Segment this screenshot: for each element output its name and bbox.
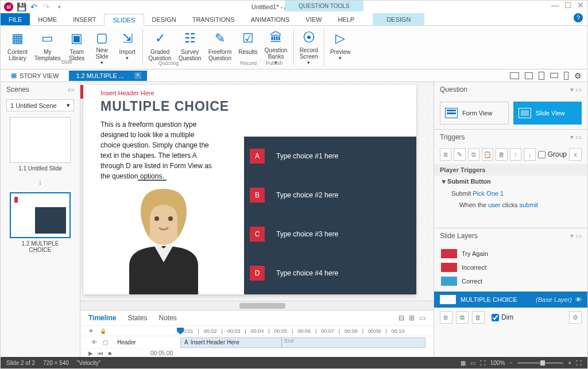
visibility-column-icon[interactable]: 👁 — [88, 328, 100, 334]
fit-icon[interactable]: ⛶ — [480, 360, 486, 366]
question-panel-title: Question — [440, 86, 467, 94]
character-image[interactable] — [106, 180, 221, 294]
qat-dropdown-icon[interactable]: ▾ — [55, 2, 64, 11]
layer-incorrect[interactable]: Incorrect — [440, 261, 582, 274]
slide-tab[interactable]: 1.2 MULTIPLE ...× — [69, 71, 147, 81]
tab-home[interactable]: HOME — [30, 13, 65, 25]
stop-icon[interactable]: ■ — [108, 350, 111, 356]
trigger-condition[interactable]: When the user clicks submit — [434, 199, 587, 211]
thumb-slide-1[interactable] — [10, 117, 71, 163]
view-slide-icon[interactable]: ▭ — [470, 360, 475, 366]
new-layer-button[interactable]: 🗎 — [440, 311, 452, 324]
choice-a[interactable]: AType choice #1 here — [244, 137, 416, 176]
maximize-icon[interactable]: ☐ — [563, 1, 572, 10]
edit-trigger-button[interactable]: ✎ — [454, 148, 465, 161]
device-phone-landscape-icon[interactable] — [550, 73, 558, 78]
timeline-zoom-out-icon[interactable]: ⊟ — [399, 314, 404, 322]
preview-button[interactable]: ▷Preview▾ — [327, 28, 354, 67]
content-library-button[interactable]: ▦Content Library — [4, 28, 31, 67]
device-desktop-icon[interactable] — [510, 72, 519, 79]
save-icon[interactable]: 💾 — [17, 2, 26, 11]
timeline-row-header[interactable]: 👁▢ Header AInsert Header Here End — [80, 336, 434, 349]
tab-timeline[interactable]: Timeline — [88, 314, 116, 322]
freeform-question-button[interactable]: ✎Freeform Question — [205, 28, 235, 67]
record-screen-button[interactable]: ⦿Record Screen▾ — [296, 28, 322, 67]
help-icon[interactable]: ? — [574, 13, 583, 22]
device-tablet-portrait-icon[interactable] — [539, 72, 544, 80]
import-button[interactable]: ⇲Import▾ — [115, 28, 140, 67]
device-tablet-landscape-icon[interactable] — [525, 72, 533, 79]
layer-try-again[interactable]: Try Again — [440, 247, 582, 261]
zoom-out-icon[interactable]: − — [509, 360, 513, 366]
tab-slides[interactable]: SLIDES — [104, 14, 144, 26]
redo-icon[interactable]: ↷ — [42, 2, 51, 11]
slide-title[interactable]: MULTIPLE CHOICE — [100, 99, 229, 114]
dim-checkbox[interactable] — [492, 314, 499, 321]
view-story-icon[interactable]: ▦ — [461, 360, 466, 366]
slide-view-button[interactable]: Slide View — [513, 102, 582, 125]
play-icon[interactable]: ▶ — [88, 350, 93, 356]
survey-question-button[interactable]: ☷Survey Question — [175, 28, 205, 67]
paste-trigger-button[interactable]: 📋 — [482, 148, 493, 161]
thumb-slide-2[interactable] — [10, 192, 71, 238]
status-theme: "Velocity" — [77, 360, 101, 366]
tab-design[interactable]: DESIGN — [144, 13, 184, 25]
settings-icon[interactable]: ⚙ — [574, 71, 582, 80]
timeline-zoom-in-icon[interactable]: ⊞ — [409, 314, 415, 322]
scene-connector-icon: ↓ — [1, 177, 80, 187]
horizontal-scrollbar[interactable] — [80, 301, 434, 310]
tab-file[interactable]: FILE — [1, 13, 30, 25]
tab-notes[interactable]: Notes — [158, 314, 176, 322]
tab-states[interactable]: States — [127, 314, 147, 322]
copy-trigger-button[interactable]: ⧉ — [468, 148, 479, 161]
slide-body-text[interactable]: This is a freeform question type designe… — [100, 119, 215, 181]
scenes-menu-icon[interactable]: ▭ — [68, 86, 74, 94]
tab-view[interactable]: VIEW — [297, 13, 330, 25]
ribbon-group-slide: Slide — [55, 59, 78, 66]
device-phone-portrait-icon[interactable] — [564, 72, 568, 80]
story-view-button[interactable]: ▦STORY VIEW — [6, 71, 63, 80]
fit-window-icon[interactable]: ⛶ — [576, 360, 582, 366]
slide-header-text[interactable]: Insert Header Here — [100, 90, 154, 96]
tab-question-design[interactable]: DESIGN — [373, 13, 424, 25]
layer-settings-button[interactable]: ⚙ — [569, 311, 582, 324]
delete-trigger-button[interactable]: 🗑 — [496, 148, 507, 161]
svg-point-1 — [154, 216, 159, 221]
choice-b[interactable]: BType choice #2 here — [244, 176, 416, 215]
close-icon[interactable]: ✕ — [576, 1, 585, 10]
rewind-icon[interactable]: ⏮ — [98, 350, 103, 356]
new-slide-button[interactable]: ▢New Slide▾ — [90, 28, 115, 67]
minimize-icon[interactable]: — — [551, 1, 560, 10]
move-up-trigger-button[interactable]: ↑ — [510, 148, 521, 161]
lock-column-icon[interactable]: 🔒 — [100, 328, 111, 334]
delete-layer-button[interactable]: 🗑 — [472, 311, 485, 324]
tab-animations[interactable]: ANIMATIONS — [243, 13, 298, 25]
form-view-button[interactable]: Form View — [440, 102, 509, 125]
playhead-icon[interactable] — [177, 328, 184, 335]
zoom-level[interactable]: 100% — [490, 360, 505, 366]
undo-icon[interactable]: ↶ — [29, 2, 38, 11]
tab-insert[interactable]: INSERT — [65, 13, 104, 25]
zoom-in-icon[interactable]: + — [568, 360, 571, 366]
move-down-trigger-button[interactable]: ↓ — [524, 148, 535, 161]
slide-tab-close-icon[interactable]: × — [134, 72, 141, 79]
chevron-down-icon: ▾ — [67, 102, 70, 109]
new-trigger-button[interactable]: 🗎 — [440, 148, 451, 161]
tab-transitions[interactable]: TRANSITIONS — [184, 13, 243, 25]
group-checkbox[interactable] — [538, 151, 546, 158]
trigger-item[interactable]: Submit Pick One 1 — [434, 188, 587, 199]
tab-help[interactable]: HELP — [330, 13, 362, 25]
slide-canvas[interactable]: Insert Header Here MULTIPLE CHOICE This … — [83, 85, 416, 294]
zoom-slider[interactable] — [517, 362, 563, 364]
timeline-duration: 00:05.00 — [150, 350, 173, 356]
choice-d[interactable]: DType choice #4 here — [244, 254, 416, 293]
status-slide: Slide 2 of 2 — [6, 360, 35, 366]
timeline-popout-icon[interactable]: ▭ — [419, 314, 425, 322]
layer-base[interactable]: MULTIPLE CHOICE (Base Layer)👁 — [434, 292, 587, 308]
scene-select[interactable]: 1 Untitled Scene▾ — [6, 99, 74, 111]
duplicate-layer-button[interactable]: ⧉ — [456, 311, 469, 324]
eye-icon[interactable]: 👁 — [575, 296, 582, 303]
variables-button[interactable]: x — [569, 148, 582, 161]
choice-c[interactable]: CType choice #3 here — [244, 215, 416, 254]
layer-correct[interactable]: Correct — [440, 274, 582, 288]
